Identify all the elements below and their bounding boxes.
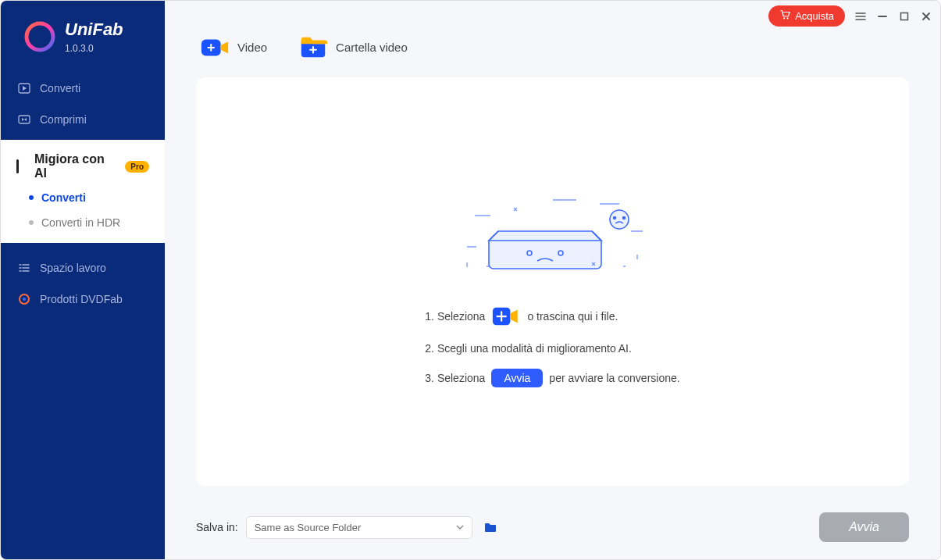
- bullet-icon: [29, 195, 34, 200]
- step-text: 2. Scegli una modalità di miglioramento …: [425, 342, 632, 355]
- step-text: o trascina qui i file.: [527, 310, 618, 323]
- start-button[interactable]: Avvia: [819, 512, 909, 542]
- main-panel: Acquista Video Cartella video: [165, 1, 940, 559]
- svg-point-0: [27, 23, 53, 50]
- sidebar-item-label: Spazio lavoro: [40, 262, 106, 274]
- save-path-value: Same as Source Folder: [255, 522, 362, 533]
- svg-point-14: [613, 216, 615, 219]
- sidebar-subitem-label: Converti: [41, 191, 86, 204]
- sidebar-active-section: Migiora con AI Pro Converti Converti in …: [1, 140, 165, 243]
- logo-block: UniFab 1.0.3.0: [1, 1, 165, 57]
- instruction-step-1: 1. Seleziona o trascina qui i file.: [425, 305, 679, 328]
- step-text: per avviare la conversione.: [549, 372, 679, 384]
- add-folder-icon: [298, 32, 328, 62]
- add-folder-button[interactable]: Cartella video: [298, 32, 408, 62]
- sidebar-subitem-converti-hdr[interactable]: Converti in HDR: [1, 210, 165, 235]
- sidebar-subitem-label: Converti in HDR: [41, 216, 120, 229]
- browse-folder-button[interactable]: [480, 517, 501, 537]
- chevron-down-icon: [456, 522, 464, 533]
- svg-rect-8: [901, 12, 908, 20]
- sidebar-item-label: Converti: [40, 82, 80, 95]
- compress-icon: [18, 113, 30, 126]
- dropzone[interactable]: 1. Seleziona o trascina qui i file. 2. S…: [196, 77, 909, 486]
- maximize-icon[interactable]: [898, 10, 911, 23]
- minimize-icon[interactable]: [876, 10, 889, 23]
- sidebar-item-enhance-ai[interactable]: Migiora con AI Pro: [1, 148, 165, 185]
- dvdfab-icon: [18, 293, 30, 305]
- app-version: 1.0.3.0: [65, 43, 123, 54]
- list-icon: [18, 262, 30, 274]
- empty-box-illustration: [451, 177, 654, 281]
- save-path-dropdown[interactable]: Same as Source Folder: [246, 516, 472, 539]
- sidebar-item-workspace[interactable]: Spazio lavoro: [1, 252, 165, 284]
- sidebar-item-label: Migiora con AI: [34, 152, 117, 180]
- svg-point-13: [610, 210, 629, 229]
- menu-icon[interactable]: [854, 10, 867, 23]
- titlebar: Acquista: [768, 5, 932, 27]
- footer: Salva in: Same as Source Folder Avvia: [165, 501, 940, 559]
- bullet-icon: [29, 220, 34, 225]
- sidebar-item-label: Comprimi: [40, 113, 87, 126]
- add-video-button[interactable]: Video: [200, 32, 267, 62]
- play-box-icon: [18, 82, 30, 95]
- cart-icon: [779, 9, 790, 23]
- svg-point-15: [622, 216, 625, 219]
- sidebar-item-compress[interactable]: Comprimi: [1, 104, 165, 135]
- sidebar-item-dvdfab-products[interactable]: Prodotti DVDFab: [1, 284, 165, 315]
- step-text: 1. Seleziona: [425, 310, 485, 323]
- inline-add-video-button[interactable]: [491, 305, 521, 328]
- instruction-step-3: 3. Seleziona Avvia per avviare la conver…: [425, 369, 679, 387]
- sidebar-subitem-converti[interactable]: Converti: [1, 185, 165, 210]
- app-name: UniFab: [65, 20, 123, 40]
- active-indicator-icon: [16, 159, 19, 173]
- inline-start-chip: Avvia: [491, 369, 543, 387]
- app-logo-icon: [24, 21, 55, 52]
- save-to-label: Salva in:: [196, 521, 238, 533]
- sidebar: UniFab 1.0.3.0 Converti Comprimi Migiora…: [1, 1, 165, 559]
- tool-label: Cartella video: [336, 41, 408, 54]
- start-label: Avvia: [849, 520, 879, 533]
- add-video-icon: [200, 32, 230, 62]
- svg-point-6: [783, 17, 785, 19]
- pro-badge: Pro: [125, 161, 149, 173]
- tool-label: Video: [237, 41, 267, 54]
- close-icon[interactable]: [920, 10, 932, 23]
- step-text: 3. Seleziona: [425, 372, 485, 384]
- sidebar-item-convert[interactable]: Converti: [1, 73, 165, 104]
- buy-button[interactable]: Acquista: [768, 5, 845, 27]
- sidebar-item-label: Prodotti DVDFab: [40, 293, 123, 305]
- buy-label: Acquista: [795, 10, 834, 22]
- svg-point-5: [23, 298, 26, 301]
- instruction-step-2: 2. Scegli una modalità di miglioramento …: [425, 342, 679, 355]
- svg-point-7: [787, 17, 789, 19]
